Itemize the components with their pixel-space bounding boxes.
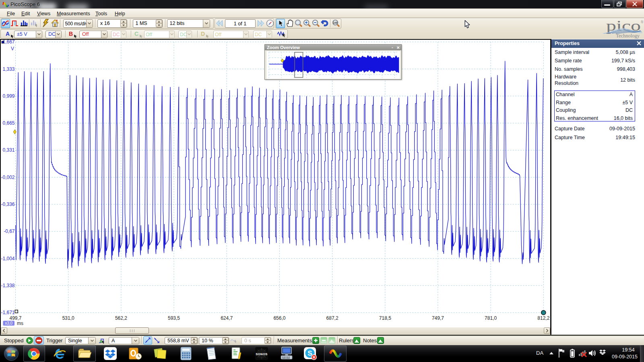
- svg-text:-0,67: -0,67: [4, 228, 15, 234]
- svg-text:687,2: 687,2: [326, 315, 339, 321]
- svg-text:1,667: 1,667: [2, 40, 14, 45]
- svg-text:781,0: 781,0: [485, 315, 497, 321]
- svg-text:562,2: 562,2: [115, 315, 127, 321]
- svg-text:SONOS: SONOS: [256, 352, 268, 356]
- svg-text:812,2: 812,2: [537, 315, 549, 321]
- svg-text:749,7: 749,7: [432, 315, 444, 321]
- svg-text:593,5: 593,5: [168, 315, 180, 321]
- svg-text:®: ®: [640, 20, 644, 24]
- svg-text:656,0: 656,0: [273, 315, 285, 321]
- svg-text:624,7: 624,7: [221, 315, 233, 321]
- svg-text:0,331: 0,331: [2, 147, 14, 153]
- svg-text:V: V: [11, 46, 14, 51]
- svg-text:x3,0: x3,0: [5, 321, 12, 325]
- svg-text:499,7: 499,7: [9, 315, 21, 321]
- svg-text:0,665: 0,665: [2, 120, 14, 126]
- svg-text:718,5: 718,5: [379, 315, 391, 321]
- svg-text:-1,671: -1,671: [1, 310, 14, 315]
- svg-text:1,333: 1,333: [2, 66, 14, 72]
- svg-text:531,0: 531,0: [62, 315, 74, 321]
- svg-text:-1,338: -1,338: [1, 283, 14, 288]
- svg-text:-0,336: -0,336: [1, 202, 14, 207]
- svg-text:ms: ms: [17, 321, 23, 326]
- svg-text:0,999: 0,999: [2, 93, 14, 99]
- svg-text:100: 100: [333, 21, 337, 24]
- svg-text:-0,002: -0,002: [1, 175, 14, 180]
- svg-text:-1,004: -1,004: [1, 256, 14, 261]
